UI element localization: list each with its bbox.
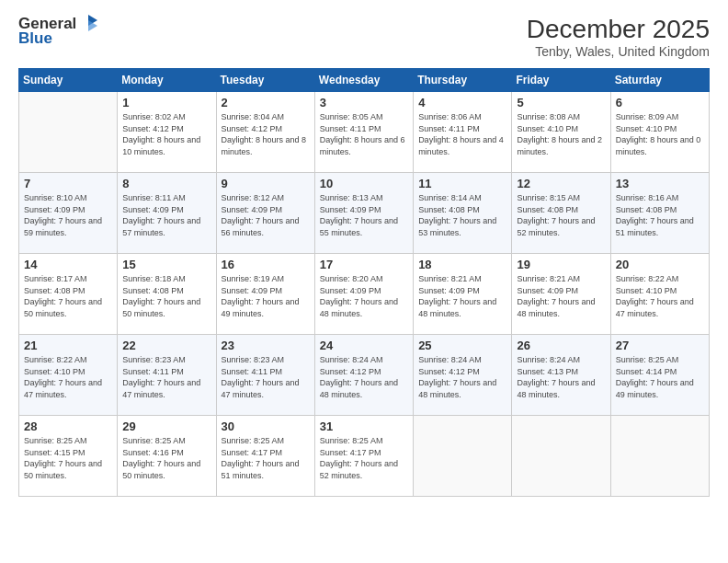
day-info: Sunrise: 8:16 AMSunset: 4:08 PMDaylight:… [616,192,704,238]
day-info: Sunrise: 8:17 AMSunset: 4:08 PMDaylight:… [24,273,112,319]
day-info: Sunrise: 8:21 AMSunset: 4:09 PMDaylight:… [418,273,506,319]
calendar-row: 7Sunrise: 8:10 AMSunset: 4:09 PMDaylight… [19,173,710,254]
day-number: 1 [122,96,210,109]
day-info: Sunrise: 8:13 AMSunset: 4:09 PMDaylight:… [320,192,408,238]
calendar-cell [610,416,709,497]
day-info: Sunrise: 8:15 AMSunset: 4:08 PMDaylight:… [517,192,605,238]
header: General Blue December 2025 Tenby, Wales,… [18,15,710,59]
day-number: 23 [222,339,310,352]
calendar-row: 21Sunrise: 8:22 AMSunset: 4:10 PMDayligh… [19,335,710,416]
calendar-subtitle: Tenby, Wales, United Kingdom [527,44,710,59]
day-info: Sunrise: 8:02 AMSunset: 4:12 PMDaylight:… [122,111,210,157]
calendar-cell: 13Sunrise: 8:16 AMSunset: 4:08 PMDayligh… [610,173,709,254]
day-info: Sunrise: 8:24 AMSunset: 4:12 PMDaylight:… [320,354,408,400]
logo: General Blue [18,15,98,48]
calendar-cell: 10Sunrise: 8:13 AMSunset: 4:09 PMDayligh… [314,173,413,254]
day-number: 3 [320,96,408,109]
day-number: 31 [320,419,408,433]
header-cell-friday: Friday [512,69,610,92]
calendar-cell: 17Sunrise: 8:20 AMSunset: 4:09 PMDayligh… [314,254,413,335]
day-number: 30 [222,419,310,433]
calendar-cell: 4Sunrise: 8:06 AMSunset: 4:11 PMDaylight… [414,92,512,173]
day-info: Sunrise: 8:05 AMSunset: 4:11 PMDaylight:… [320,111,408,157]
day-number: 11 [418,177,506,190]
header-row: SundayMondayTuesdayWednesdayThursdayFrid… [19,69,710,92]
day-info: Sunrise: 8:22 AMSunset: 4:10 PMDaylight:… [616,273,704,319]
calendar-cell: 14Sunrise: 8:17 AMSunset: 4:08 PMDayligh… [19,254,118,335]
calendar-cell: 22Sunrise: 8:23 AMSunset: 4:11 PMDayligh… [118,335,216,416]
calendar-cell: 28Sunrise: 8:25 AMSunset: 4:15 PMDayligh… [19,416,118,497]
day-number: 13 [616,177,704,190]
calendar-cell: 11Sunrise: 8:14 AMSunset: 4:08 PMDayligh… [414,173,512,254]
calendar-row: 1Sunrise: 8:02 AMSunset: 4:12 PMDaylight… [19,92,710,173]
day-number: 18 [418,258,506,271]
day-number: 5 [517,96,605,109]
calendar-cell: 6Sunrise: 8:09 AMSunset: 4:10 PMDaylight… [610,92,709,173]
calendar-cell: 15Sunrise: 8:18 AMSunset: 4:08 PMDayligh… [118,254,216,335]
calendar-cell [512,416,610,497]
day-number: 7 [24,177,112,190]
day-info: Sunrise: 8:25 AMSunset: 4:16 PMDaylight:… [122,435,210,481]
day-number: 20 [616,258,704,271]
calendar-cell: 2Sunrise: 8:04 AMSunset: 4:12 PMDaylight… [216,92,314,173]
day-info: Sunrise: 8:18 AMSunset: 4:08 PMDaylight:… [122,273,210,319]
calendar-cell: 5Sunrise: 8:08 AMSunset: 4:10 PMDaylight… [512,92,610,173]
calendar-cell: 18Sunrise: 8:21 AMSunset: 4:09 PMDayligh… [414,254,512,335]
header-cell-wednesday: Wednesday [314,69,413,92]
calendar-cell: 20Sunrise: 8:22 AMSunset: 4:10 PMDayligh… [610,254,709,335]
day-number: 27 [616,339,704,352]
day-number: 21 [24,339,112,352]
day-info: Sunrise: 8:04 AMSunset: 4:12 PMDaylight:… [222,111,310,157]
calendar-cell [19,92,118,173]
calendar-row: 14Sunrise: 8:17 AMSunset: 4:08 PMDayligh… [19,254,710,335]
day-info: Sunrise: 8:22 AMSunset: 4:10 PMDaylight:… [24,354,112,400]
header-cell-tuesday: Tuesday [216,69,314,92]
header-cell-monday: Monday [118,69,216,92]
calendar-title: December 2025 [527,15,710,44]
day-number: 22 [122,339,210,352]
day-number: 12 [517,177,605,190]
calendar-page: General Blue December 2025 Tenby, Wales,… [0,0,728,563]
calendar-cell: 24Sunrise: 8:24 AMSunset: 4:12 PMDayligh… [314,335,413,416]
day-number: 29 [122,419,210,433]
calendar-cell: 26Sunrise: 8:24 AMSunset: 4:13 PMDayligh… [512,335,610,416]
calendar-cell: 8Sunrise: 8:11 AMSunset: 4:09 PMDaylight… [118,173,216,254]
calendar-cell: 9Sunrise: 8:12 AMSunset: 4:09 PMDaylight… [216,173,314,254]
calendar-cell: 30Sunrise: 8:25 AMSunset: 4:17 PMDayligh… [216,416,314,497]
calendar-cell: 12Sunrise: 8:15 AMSunset: 4:08 PMDayligh… [512,173,610,254]
calendar-cell: 31Sunrise: 8:25 AMSunset: 4:17 PMDayligh… [314,416,413,497]
day-info: Sunrise: 8:21 AMSunset: 4:09 PMDaylight:… [517,273,605,319]
day-info: Sunrise: 8:25 AMSunset: 4:17 PMDaylight:… [320,435,408,481]
day-number: 19 [517,258,605,271]
day-number: 2 [222,96,310,109]
day-info: Sunrise: 8:11 AMSunset: 4:09 PMDaylight:… [122,192,210,238]
day-info: Sunrise: 8:19 AMSunset: 4:09 PMDaylight:… [222,273,310,319]
day-number: 15 [122,258,210,271]
day-number: 25 [418,339,506,352]
day-info: Sunrise: 8:20 AMSunset: 4:09 PMDaylight:… [320,273,408,319]
day-number: 17 [320,258,408,271]
day-number: 4 [418,96,506,109]
header-cell-saturday: Saturday [610,69,709,92]
day-info: Sunrise: 8:23 AMSunset: 4:11 PMDaylight:… [222,354,310,400]
calendar-cell: 19Sunrise: 8:21 AMSunset: 4:09 PMDayligh… [512,254,610,335]
logo-flag-icon [78,13,98,33]
day-number: 9 [222,177,310,190]
header-cell-sunday: Sunday [19,69,118,92]
day-number: 16 [222,258,310,271]
day-info: Sunrise: 8:25 AMSunset: 4:17 PMDaylight:… [222,435,310,481]
calendar-cell: 7Sunrise: 8:10 AMSunset: 4:09 PMDaylight… [19,173,118,254]
calendar-cell: 21Sunrise: 8:22 AMSunset: 4:10 PMDayligh… [19,335,118,416]
title-block: December 2025 Tenby, Wales, United Kingd… [527,15,710,59]
calendar-row: 28Sunrise: 8:25 AMSunset: 4:15 PMDayligh… [19,416,710,497]
day-info: Sunrise: 8:14 AMSunset: 4:08 PMDaylight:… [418,192,506,238]
day-number: 24 [320,339,408,352]
calendar-table: SundayMondayTuesdayWednesdayThursdayFrid… [18,68,710,497]
calendar-cell: 3Sunrise: 8:05 AMSunset: 4:11 PMDaylight… [314,92,413,173]
day-number: 10 [320,177,408,190]
day-number: 8 [122,177,210,190]
day-info: Sunrise: 8:12 AMSunset: 4:09 PMDaylight:… [222,192,310,238]
calendar-cell: 25Sunrise: 8:24 AMSunset: 4:12 PMDayligh… [414,335,512,416]
day-info: Sunrise: 8:24 AMSunset: 4:12 PMDaylight:… [418,354,506,400]
calendar-cell: 16Sunrise: 8:19 AMSunset: 4:09 PMDayligh… [216,254,314,335]
